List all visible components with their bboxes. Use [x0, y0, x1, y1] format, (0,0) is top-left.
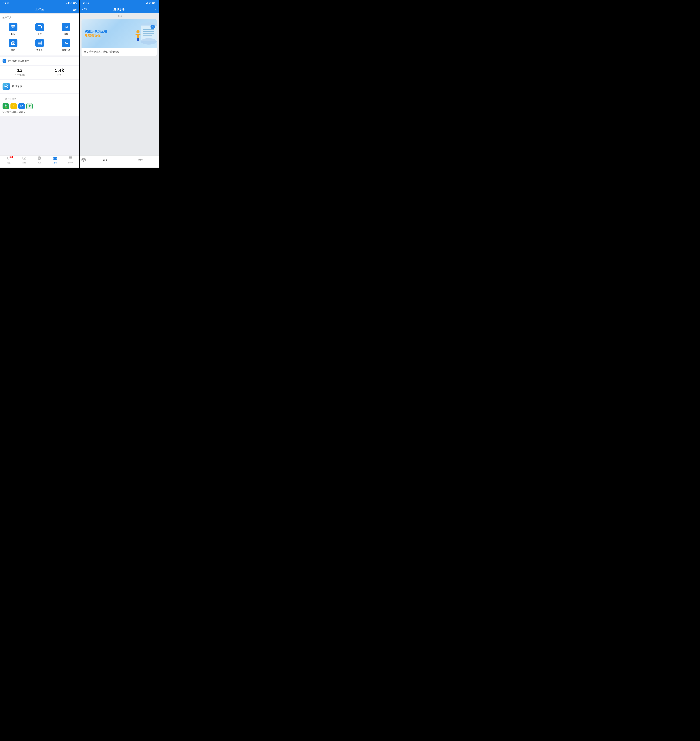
svg-rect-12: [38, 25, 41, 28]
svg-rect-29: [69, 158, 72, 158]
svg-rect-53: [83, 160, 84, 160]
banner-text-block: 腾讯乐享怎么用 攻略告诉你: [85, 29, 107, 38]
mini-try-link[interactable]: 试试同行在用的小程序 >: [3, 111, 77, 114]
status-time-left: 15:28: [3, 2, 9, 4]
stat-qa[interactable]: 5.4k 问答: [40, 67, 79, 76]
collect-icon: [35, 39, 44, 47]
svg-point-17: [4, 60, 5, 62]
chat-card-text: Hi，乐享管理员，请收下这份攻略: [84, 50, 154, 53]
mine-label: 我的: [138, 158, 143, 161]
svg-rect-25: [55, 157, 57, 158]
courses-label: 可学习课程: [15, 73, 25, 76]
page-title-left: 工作台: [35, 7, 44, 11]
tab-workbench[interactable]: 工作台: [47, 156, 63, 164]
workbench-icon: [53, 156, 57, 161]
status-bar-left: 15:28 5G: [0, 0, 79, 6]
stats-row: 13 可学习课程 5.4k 问答: [0, 66, 79, 79]
svg-point-49: [84, 159, 84, 160]
mini-icon-cs[interactable]: CS: [18, 103, 25, 109]
tab-messages[interactable]: 30 消息: [1, 156, 17, 164]
mini-icon-green1[interactable]: 🍃: [3, 103, 9, 109]
mini-programs-section: 微信小程序 🍃 ⚡ CS ⬆ 试试同行在用的小程序 >: [0, 94, 79, 116]
live-icon: LIVE: [62, 23, 71, 31]
tool-meeting[interactable]: 会议: [26, 21, 53, 37]
mini-icon-green2[interactable]: ⬆: [26, 103, 33, 109]
svg-point-47: [82, 159, 83, 160]
svg-text:乐: 乐: [152, 26, 153, 28]
chat-card-body: Hi，乐享管理员，请收下这份攻略: [81, 48, 157, 56]
svg-line-18: [5, 61, 5, 62]
tools-label: 效率工具: [0, 14, 79, 20]
svg-rect-45: [138, 38, 139, 41]
svg-rect-9: [12, 27, 13, 28]
tool-collect[interactable]: 收集表: [26, 37, 53, 53]
battery-icon-left: [73, 2, 76, 4]
collect-label: 收集表: [37, 48, 43, 51]
svg-point-50: [84, 159, 85, 160]
more-dots-icon: ···: [154, 8, 156, 11]
meeting-icon: [35, 23, 44, 31]
svg-point-40: [137, 30, 140, 34]
page-title-right: 腾讯乐享: [113, 7, 125, 11]
status-icons-left: 5G: [66, 2, 76, 4]
lx-logo-icon: [3, 83, 10, 90]
nav-bar-left: 工作台: [0, 6, 79, 13]
nav-bar-right: ‹ 29 腾讯乐享 ···: [79, 6, 159, 13]
tools-section: 效率工具 日程: [0, 14, 79, 56]
bottom-spacer: [0, 117, 79, 120]
network-label-left: 5G: [69, 2, 72, 4]
schedule-icon: [9, 23, 18, 31]
status-time-right: 15:28: [83, 2, 89, 4]
top-separator-left: [0, 13, 79, 14]
docs-icon: [38, 156, 41, 161]
keyboard-button[interactable]: [79, 158, 88, 162]
right-scroll-area[interactable]: 15:28 腾讯乐享怎么用 攻略告诉你: [79, 13, 159, 156]
svg-rect-28: [69, 157, 72, 157]
svg-point-51: [82, 160, 83, 160]
qa-label: 问答: [57, 73, 62, 76]
signal-icon-right: [146, 2, 148, 4]
scroll-illustration: 乐: [130, 21, 157, 46]
svg-rect-30: [69, 159, 72, 160]
svg-rect-41: [137, 34, 139, 38]
svg-rect-19: [23, 157, 26, 159]
tab-home-right[interactable]: 首页: [88, 158, 123, 161]
back-button[interactable]: ‹ 29: [82, 7, 87, 11]
svg-rect-46: [82, 158, 85, 161]
svg-rect-13: [38, 41, 41, 45]
weidisk-icon: [9, 39, 18, 47]
svg-rect-24: [53, 157, 55, 158]
tab-mail[interactable]: 邮件: [17, 156, 32, 164]
svg-rect-1: [73, 9, 75, 10]
service-chevron-icon: ›: [76, 59, 77, 63]
svg-point-4: [76, 9, 76, 10]
svg-point-33: [141, 38, 157, 44]
left-scroll-area[interactable]: 效率工具 日程: [0, 14, 79, 156]
chat-card-banner: 腾讯乐享怎么用 攻略告诉你 乐: [81, 19, 157, 48]
tab-mine-right[interactable]: 我的: [123, 158, 159, 161]
tool-phone[interactable]: 公费电话: [53, 37, 79, 53]
contacts-icon: [69, 156, 72, 161]
back-count-label: 29: [84, 8, 87, 11]
chat-timestamp: 15:28: [79, 13, 159, 19]
tool-weidisk[interactable]: 微盘: [0, 37, 26, 53]
tool-schedule[interactable]: 日程: [0, 21, 26, 37]
home-indicator-right: [79, 164, 159, 167]
phone-label: 公费电话: [62, 48, 70, 51]
mini-icon-yellow[interactable]: ⚡: [10, 103, 17, 109]
schedule-label: 日程: [11, 33, 15, 35]
tool-live[interactable]: LIVE 直播: [53, 21, 79, 37]
tencent-lx-card[interactable]: 腾讯乐享: [0, 80, 79, 92]
tab-contacts[interactable]: 通讯录: [63, 156, 78, 164]
stat-courses[interactable]: 13 可学习课程: [0, 67, 40, 76]
mail-icon: [22, 156, 26, 161]
tools-grid: 日程 会议 LIVE 直: [0, 20, 79, 56]
svg-rect-43: [139, 34, 141, 35]
tab-docs[interactable]: 文档: [32, 156, 47, 164]
signal-icon-left: [66, 2, 69, 4]
settings-icon[interactable]: [73, 8, 77, 11]
service-assistant-row[interactable]: 企业微信服务商助手 ›: [0, 57, 79, 65]
network-label-right: 5G: [149, 2, 151, 4]
more-button[interactable]: ···: [154, 8, 156, 11]
svg-rect-27: [55, 158, 57, 160]
